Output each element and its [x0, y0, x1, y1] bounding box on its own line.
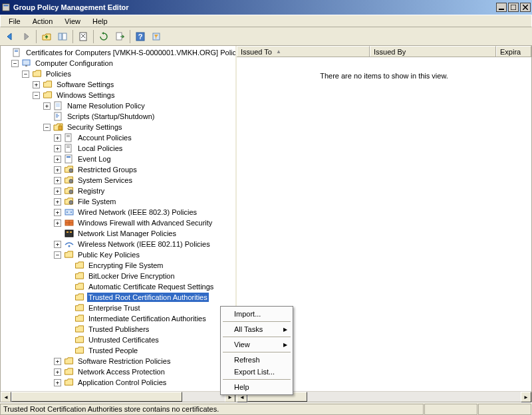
- delete-button[interactable]: [76, 29, 90, 44]
- up-folder-button[interactable]: [39, 29, 54, 44]
- folder-icon: [74, 325, 85, 334]
- tree-item[interactable]: +Network Access Protection: [2, 366, 234, 377]
- tree-item[interactable]: −Policies: [2, 69, 234, 79]
- folder-gear-icon: [64, 165, 74, 174]
- folder-icon: [74, 261, 85, 270]
- log-icon: [64, 154, 74, 164]
- minimize-button[interactable]: [496, 3, 507, 12]
- column-expiration[interactable]: Expira: [496, 46, 531, 57]
- tree-item[interactable]: Untrusted Certificates: [2, 335, 234, 345]
- context-all-tasks[interactable]: All Tasks▶: [222, 323, 291, 335]
- column-issued-to[interactable]: Issued To▲: [237, 46, 370, 57]
- tree-item[interactable]: −Computer Configuration: [2, 58, 234, 69]
- folder-icon: [43, 80, 53, 89]
- tree-pane: Certificates for Computers [VMKH-S-00000…: [1, 46, 237, 402]
- menu-file[interactable]: File: [3, 16, 26, 27]
- svg-rect-23: [59, 126, 62, 130]
- svg-rect-30: [65, 155, 72, 163]
- svg-rect-21: [56, 103, 60, 107]
- folder-icon: [74, 335, 85, 345]
- tree-item[interactable]: +Wired Network (IEEE 802.3) Policies: [2, 207, 234, 217]
- network-list-icon: [64, 229, 74, 238]
- status-text-pane: Trusted Root Certification Authorities s…: [0, 404, 424, 415]
- tree-item[interactable]: +Restricted Groups: [2, 164, 234, 175]
- security-icon: [53, 122, 64, 132]
- list-header: Issued To▲ Issued By Expira: [237, 46, 531, 57]
- svg-rect-19: [25, 65, 27, 67]
- context-export-list[interactable]: Export List...: [222, 366, 291, 378]
- app-icon: [1, 3, 11, 12]
- context-help[interactable]: Help: [222, 381, 291, 393]
- tree-hscrollbar[interactable]: ◄ ►: [1, 391, 235, 402]
- scroll-left-button[interactable]: ◄: [1, 392, 11, 402]
- tree-item[interactable]: −Windows Settings: [2, 90, 234, 100]
- tree-item[interactable]: +Software Restriction Policies: [2, 356, 234, 366]
- filter-button[interactable]: [149, 29, 164, 44]
- tree-item[interactable]: +Local Policies: [2, 143, 234, 154]
- context-refresh[interactable]: Refresh: [222, 354, 291, 366]
- tree-item[interactable]: +Registry: [2, 186, 234, 196]
- menu-view[interactable]: View: [59, 16, 86, 27]
- folder-icon: [74, 282, 85, 291]
- svg-rect-27: [65, 144, 71, 152]
- tree-item[interactable]: +Wireless Network (IEEE 802.11) Policies: [2, 239, 234, 249]
- tree-item[interactable]: +Windows Firewall with Advanced Security: [2, 217, 234, 228]
- tree-item[interactable]: Trusted People: [2, 345, 234, 356]
- submenu-arrow-icon: ▶: [283, 327, 287, 333]
- tree-item-selected[interactable]: Trusted Root Certification Authorities: [2, 292, 234, 303]
- tree-item[interactable]: +Software Settings: [2, 79, 234, 90]
- policy-icon: [64, 133, 74, 142]
- tree-item[interactable]: BitLocker Drive Encryption: [2, 271, 234, 281]
- maximize-button[interactable]: [508, 3, 519, 12]
- tree-item[interactable]: Scripts (Startup/Shutdown): [2, 111, 234, 122]
- tree-item[interactable]: +Name Resolution Policy: [2, 100, 234, 111]
- tree-root[interactable]: Certificates for Computers [VMKH-S-00000…: [2, 47, 234, 58]
- close-button[interactable]: [520, 3, 531, 12]
- tree-item[interactable]: −Security Settings: [2, 122, 234, 132]
- context-separator: [223, 321, 291, 322]
- svg-point-38: [70, 211, 72, 213]
- tree-item[interactable]: +System Services: [2, 175, 234, 186]
- context-separator: [223, 352, 291, 352]
- tree-item[interactable]: +Account Policies: [2, 132, 234, 143]
- menubar: File Action View Help: [0, 15, 532, 27]
- context-import[interactable]: Import...: [222, 308, 291, 320]
- tree-item[interactable]: Network List Manager Policies: [2, 228, 234, 239]
- folder-icon: [64, 367, 74, 376]
- folder-icon: [74, 303, 85, 313]
- scroll-right-button[interactable]: ►: [521, 392, 531, 402]
- svg-text:?: ?: [138, 33, 143, 41]
- folder-icon: [64, 250, 74, 259]
- tree-item[interactable]: −Public Key Policies: [2, 249, 234, 260]
- svg-rect-2: [499, 9, 504, 10]
- svg-rect-7: [63, 33, 66, 40]
- svg-rect-36: [65, 209, 73, 215]
- toolbar-separator: [72, 30, 73, 43]
- export-button[interactable]: [112, 29, 127, 44]
- tree-view[interactable]: Certificates for Computers [VMKH-S-00000…: [1, 46, 235, 391]
- tree-item[interactable]: +Event Log: [2, 154, 234, 164]
- menu-help[interactable]: Help: [87, 16, 113, 27]
- tree-item[interactable]: Encrypting File System: [2, 260, 234, 271]
- svg-rect-44: [70, 231, 72, 233]
- svg-point-33: [69, 180, 73, 184]
- tree-item[interactable]: Automatic Certificate Request Settings: [2, 281, 234, 292]
- back-button[interactable]: [3, 29, 17, 44]
- wireless-icon: [64, 239, 74, 249]
- tree-item[interactable]: +Application Control Policies: [2, 377, 234, 388]
- svg-rect-17: [15, 51, 18, 52]
- refresh-button[interactable]: [96, 29, 111, 44]
- tree-item[interactable]: Trusted Publishers: [2, 324, 234, 335]
- tree-item[interactable]: +File System: [2, 196, 234, 207]
- folder-gear-icon: [64, 186, 74, 196]
- show-hide-tree-button[interactable]: [55, 29, 70, 44]
- forward-button[interactable]: [19, 29, 33, 44]
- tree-item[interactable]: Intermediate Certification Authorities: [2, 313, 234, 324]
- help-button[interactable]: ?: [133, 29, 148, 44]
- column-issued-by[interactable]: Issued By: [370, 46, 496, 57]
- menu-action[interactable]: Action: [27, 16, 59, 27]
- submenu-arrow-icon: ▶: [283, 342, 287, 348]
- svg-rect-42: [65, 230, 73, 237]
- tree-item[interactable]: Enterprise Trust: [2, 303, 234, 313]
- context-view[interactable]: View▶: [222, 339, 291, 350]
